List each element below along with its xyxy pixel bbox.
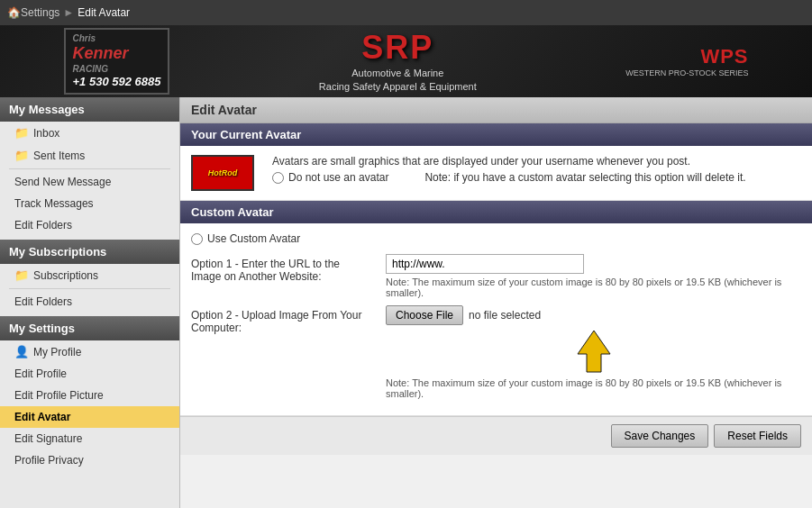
option1-control: Note: The maximum size of your custom im… (386, 254, 801, 298)
top-nav: 🏠 Settings ► Edit Avatar (0, 0, 812, 25)
sidebar-item-edit-folders-subs[interactable]: Edit Folders (0, 291, 179, 313)
option2-control: Choose File no file selected Note: The m… (386, 305, 801, 399)
banner: Chris Kenner RACING +1 530 592 6885 SRP … (0, 25, 812, 97)
action-bar: Save Changes Reset Fields (180, 416, 812, 455)
srp-line2: Racing Safety Apparel & Equipment (319, 80, 477, 94)
content-header: Edit Avatar (180, 97, 812, 123)
sidebar-item-track[interactable]: Track Messages (0, 193, 179, 214)
sidebar-item-profile-privacy[interactable]: Profile Privacy (0, 449, 179, 471)
sidebar-subscriptions-section: My Subscriptions 📁 Subscriptions Edit Fo… (0, 240, 179, 313)
subscriptions-icon: 📁 (14, 268, 29, 282)
home-icon: 🏠 (7, 6, 21, 19)
choose-file-button[interactable]: Choose File (386, 305, 463, 325)
kenner-sub: RACING (73, 64, 161, 75)
breadcrumb-separator: ► (63, 6, 74, 19)
sidebar-item-edit-avatar[interactable]: Edit Avatar (0, 406, 179, 428)
sidebar-item-edit-signature[interactable]: Edit Signature (0, 428, 179, 449)
srp-logo: SRP (319, 29, 477, 67)
settings-breadcrumb[interactable]: Settings (21, 6, 59, 19)
option2-note: Note: The maximum size of your custom im… (386, 377, 801, 399)
upload-arrow-icon (576, 329, 612, 374)
wps-sub: WESTERN PRO-STOCK SERIES (625, 68, 748, 77)
current-avatar-title: Your Current Avatar (180, 123, 812, 146)
reset-fields-button[interactable]: Reset Fields (714, 424, 801, 448)
avatar-description: Avatars are small graphics that are disp… (272, 155, 801, 168)
no-avatar-radio-label[interactable]: Do not use an avatar (272, 171, 388, 184)
use-custom-radio[interactable] (191, 233, 203, 245)
save-changes-button[interactable]: Save Changes (611, 424, 709, 448)
use-custom-row: Use Custom Avatar (191, 232, 801, 245)
sidebar-divider-1 (9, 168, 170, 169)
sidebar-item-my-profile[interactable]: 👤 My Profile (0, 340, 179, 363)
sidebar-divider-2 (9, 288, 170, 289)
kenner-name: Kenner (73, 44, 161, 64)
avatar-text: Avatars are small graphics that are disp… (272, 155, 801, 184)
sidebar-item-inbox[interactable]: 📁 Inbox (0, 122, 179, 144)
wps-logo: WPS (625, 45, 748, 68)
content-body: Your Current Avatar HotRod Avatars are s… (180, 123, 812, 455)
avatar-options-row: Do not use an avatar Note: if you have a… (272, 171, 801, 184)
option1-note: Note: The maximum size of your custom im… (386, 277, 801, 298)
banner-wps: WPS WESTERN PRO-STOCK SERIES (625, 45, 748, 77)
option2-row: Option 2 - Upload Image From Your Comput… (191, 305, 801, 399)
no-file-label: no file selected (469, 309, 541, 322)
inbox-icon: 📁 (14, 126, 29, 140)
sidebar-messages-title: My Messages (0, 97, 179, 122)
sidebar: My Messages 📁 Inbox 📁 Sent Items Send Ne… (0, 97, 180, 508)
profile-icon: 👤 (14, 345, 29, 358)
breadcrumb-current: Edit Avatar (78, 6, 130, 19)
kenner-phone: +1 530 592 6885 (73, 75, 161, 89)
current-avatar-content: HotRod Avatars are small graphics that a… (180, 146, 812, 201)
sidebar-item-edit-profile-picture[interactable]: Edit Profile Picture (0, 385, 179, 406)
option1-label: Option 1 - Enter the URL to the Image on… (191, 254, 371, 283)
sidebar-item-subscriptions[interactable]: 📁 Subscriptions (0, 264, 179, 286)
custom-avatar-content: Use Custom Avatar Option 1 - Enter the U… (180, 223, 812, 416)
main-layout: My Messages 📁 Inbox 📁 Sent Items Send Ne… (0, 97, 812, 508)
sidebar-item-edit-profile[interactable]: Edit Profile (0, 363, 179, 385)
avatar-row: HotRod Avatars are small graphics that a… (191, 155, 801, 191)
sent-icon: 📁 (14, 149, 29, 162)
sidebar-subscriptions-title: My Subscriptions (0, 240, 179, 264)
sidebar-settings-title: My Settings (0, 316, 179, 340)
sidebar-settings-section: My Settings 👤 My Profile Edit Profile Ed… (0, 316, 179, 471)
banner-srp: SRP Automotive & Marine Racing Safety Ap… (319, 29, 477, 95)
url-input[interactable] (386, 254, 584, 274)
arrow-indicator (386, 329, 801, 374)
content-area: Edit Avatar Your Current Avatar HotRod A… (180, 97, 812, 508)
no-avatar-note: Note: if you have a custom avatar select… (424, 171, 745, 184)
no-avatar-radio[interactable] (272, 172, 284, 184)
option1-row: Option 1 - Enter the URL to the Image on… (191, 254, 801, 298)
custom-avatar-title: Custom Avatar (180, 201, 812, 223)
sidebar-item-send-new[interactable]: Send New Message (0, 171, 179, 193)
sidebar-item-sent[interactable]: 📁 Sent Items (0, 144, 179, 167)
sidebar-item-edit-folders-messages[interactable]: Edit Folders (0, 214, 179, 236)
svg-marker-0 (578, 331, 610, 372)
srp-line1: Automotive & Marine (319, 67, 477, 80)
avatar-image: HotRod (191, 155, 254, 191)
use-custom-label[interactable]: Use Custom Avatar (191, 232, 801, 245)
sidebar-messages-section: My Messages 📁 Inbox 📁 Sent Items Send Ne… (0, 97, 179, 236)
avatar-display: HotRod Avatars are small graphics that a… (191, 155, 801, 191)
file-row: Choose File no file selected (386, 305, 801, 325)
avatar-image-text: HotRod (208, 168, 238, 177)
banner-kenner-logo: Chris Kenner RACING +1 530 592 6885 (64, 28, 170, 94)
option2-label: Option 2 - Upload Image From Your Comput… (191, 305, 371, 334)
